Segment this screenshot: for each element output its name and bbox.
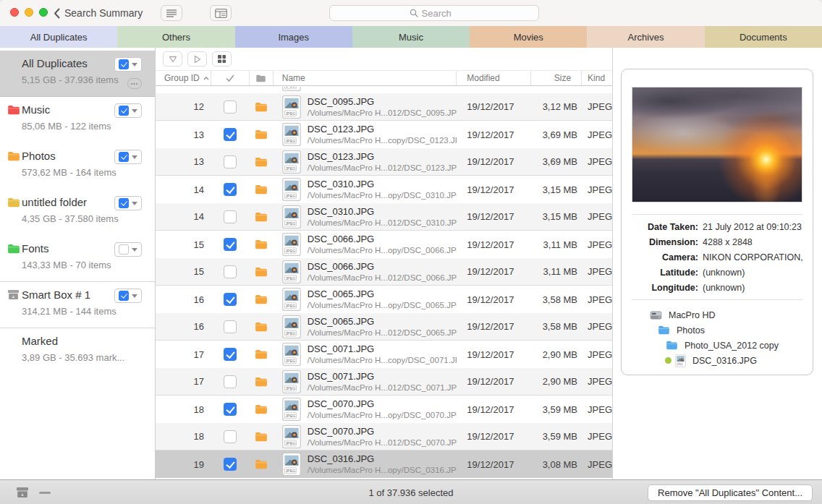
checkbox-unchecked-icon[interactable] [224, 430, 237, 443]
reveal-folder-icon[interactable] [255, 102, 268, 112]
sidebar-checkbox-control[interactable] [114, 57, 142, 72]
tab-others[interactable]: Others [117, 26, 234, 48]
remove-duplicates-button[interactable]: Remove "All Duplicates" Content... [648, 484, 813, 501]
sidebar-checkbox-control[interactable] [114, 289, 142, 303]
sidebar-item-marked[interactable]: Marked3,89 GB - 35.693 mark... [0, 328, 155, 375]
table-row[interactable]: 13JPEGDSC_0123.JPG/Volumes/MacPro H...co… [156, 121, 612, 148]
tree-item-label: MacPro HD [669, 310, 716, 320]
column-header-kind[interactable]: Kind [582, 71, 612, 85]
reveal-folder-icon[interactable] [255, 267, 268, 277]
checkbox-unchecked-icon[interactable] [224, 155, 237, 168]
checkbox-unchecked-icon[interactable] [224, 210, 237, 223]
close-window-button[interactable] [10, 8, 19, 17]
column-header-folder[interactable] [250, 71, 274, 85]
column-header-checkmark[interactable] [211, 71, 250, 85]
checkbox-unchecked-icon[interactable] [224, 320, 237, 333]
checkbox-unchecked-icon[interactable] [119, 244, 129, 255]
sidebar-item-music[interactable]: Music85,06 MB - 122 items [0, 97, 155, 143]
checkbox-checked-icon[interactable] [224, 458, 237, 471]
sidebar-item-fonts[interactable]: Fonts143,33 MB - 70 items [0, 236, 155, 282]
table-row[interactable]: 16JPEGDSC_0065.JPG/Volumes/MacPro H...01… [156, 313, 612, 341]
column-header-size[interactable]: Size [531, 71, 582, 85]
checkbox-checked-icon[interactable] [224, 348, 237, 361]
checkbox-checked-icon[interactable] [119, 59, 129, 69]
search-input[interactable] [422, 8, 459, 19]
more-options-button[interactable] [127, 78, 142, 89]
back-button[interactable]: Search Summary [54, 0, 143, 26]
checkbox-checked-icon[interactable] [224, 183, 237, 196]
table-row[interactable]: 17JPEGDSC_0071.JPG/Volumes/MacPro H...01… [156, 368, 612, 396]
checkbox-checked-icon[interactable] [224, 128, 237, 141]
checkbox-checked-icon[interactable] [119, 152, 129, 162]
tab-images[interactable]: Images [235, 26, 352, 48]
file-path: /Volumes/MacPro H...012/DSC_0070.JPG [308, 437, 457, 448]
preview-pane-button[interactable] [210, 5, 232, 21]
table-row[interactable]: 18JPEGDSC_0070.JPG/Volumes/MacPro H...op… [156, 396, 612, 423]
reveal-folder-icon[interactable] [255, 322, 268, 332]
sidebar-checkbox-control[interactable] [114, 150, 142, 164]
sidebar-checkbox-control[interactable] [114, 242, 142, 257]
table-row[interactable]: 17JPEGDSC_0071.JPG/Volumes/MacPro H...co… [156, 341, 612, 368]
checkbox-checked-icon[interactable] [224, 293, 237, 306]
photo-preview[interactable] [632, 87, 802, 202]
table-row[interactable]: 14JPEGDSC_0310.JPG/Volumes/MacPro H...01… [156, 203, 612, 231]
file-path: /Volumes/MacPro H...opy/DSC_0066.JPG [308, 245, 457, 255]
sidebar-checkbox-control[interactable] [114, 196, 142, 210]
minimize-window-button[interactable] [25, 8, 33, 17]
column-header-modified[interactable]: Modified [457, 71, 531, 85]
grid-view-button[interactable] [212, 51, 232, 67]
collapse-triangle-button[interactable] [163, 51, 182, 67]
tab-music[interactable]: Music [352, 26, 470, 48]
expand-triangle-button[interactable] [187, 51, 207, 67]
reveal-folder-icon[interactable] [255, 377, 268, 387]
reveal-folder-icon[interactable] [255, 129, 268, 140]
table-row[interactable]: 18JPEGDSC_0070.JPG/Volumes/MacPro H...01… [156, 423, 612, 450]
checkbox-checked-icon[interactable] [119, 106, 129, 116]
cell-group-id: 14 [156, 211, 211, 222]
reveal-folder-icon[interactable] [255, 184, 268, 195]
tab-movies[interactable]: Movies [470, 26, 587, 48]
list-view-button[interactable] [161, 5, 182, 21]
checkbox-checked-icon[interactable] [224, 403, 237, 416]
reveal-folder-icon[interactable] [255, 212, 268, 222]
sidebar-item-untitled-folder[interactable]: untitled folder4,35 GB - 37.580 items [0, 189, 155, 236]
table-row[interactable]: 16JPEGDSC_0065.JPG/Volumes/MacPro H...op… [156, 286, 612, 313]
reveal-folder-icon[interactable] [255, 432, 268, 442]
tree-item-photos[interactable]: Photos [622, 323, 808, 338]
checkbox-unchecked-icon[interactable] [224, 101, 237, 114]
tab-documents[interactable]: Documents [705, 26, 822, 48]
zoom-window-button[interactable] [39, 8, 48, 17]
search-field[interactable] [329, 5, 539, 21]
checkbox-checked-icon[interactable] [119, 291, 129, 301]
reveal-folder-icon[interactable] [255, 157, 268, 167]
reveal-folder-icon[interactable] [255, 294, 268, 304]
tree-item-dsc-0316-jpg[interactable]: JPEGDSC_0316.JPG [622, 353, 808, 368]
table-row-partial[interactable]: JPEG/Volumes/MacPro H...opy/DSC_0095.JPG [156, 87, 612, 93]
tree-item-macpro-hd[interactable]: MacPro HD [622, 307, 808, 323]
reveal-folder-icon[interactable] [255, 459, 268, 469]
sidebar-item-all-duplicates[interactable]: All Duplicates5,15 GB - 37.936 items [0, 51, 155, 97]
tab-archives[interactable]: Archives [587, 26, 704, 48]
sidebar-checkbox-control[interactable] [114, 103, 142, 118]
checkbox-unchecked-icon[interactable] [224, 265, 237, 278]
table-row[interactable]: 15JPEGDSC_0066.JPG/Volumes/MacPro H...op… [156, 231, 612, 258]
checkbox-unchecked-icon[interactable] [224, 375, 237, 388]
table-row[interactable]: 13JPEGDSC_0123.JPG/Volumes/MacPro H...01… [156, 148, 612, 176]
reveal-folder-icon[interactable] [255, 239, 268, 249]
sidebar-item-detail: 143,33 MB - 70 items [22, 260, 155, 270]
sidebar-item-photos[interactable]: Photos573,62 MB - 164 items [0, 143, 155, 189]
tree-item-photo-usa-2012-copy[interactable]: Photo_USA_2012 copy [622, 338, 808, 353]
table-row[interactable]: 15JPEGDSC_0066.JPG/Volumes/MacPro H...01… [156, 258, 612, 286]
sidebar-item-smart-box-1[interactable]: Smart Box # 1314,21 MB - 144 items [0, 282, 155, 328]
table-row[interactable]: 19JPEGDSC_0316.JPG/Volumes/MacPro H...op… [156, 450, 612, 478]
checkbox-checked-icon[interactable] [224, 238, 237, 251]
column-header-group-id[interactable]: Group ID [156, 71, 211, 85]
column-header-name[interactable]: Name [274, 71, 457, 85]
table-row[interactable]: 12JPEGDSC_0095.JPG/Volumes/MacPro H...01… [156, 93, 612, 121]
checkbox-checked-icon[interactable] [119, 198, 129, 208]
table-row[interactable]: 14JPEGDSC_0310.JPG/Volumes/MacPro H...op… [156, 176, 612, 203]
jpeg-file-icon: JPEG [282, 150, 301, 174]
tab-all-duplicates[interactable]: All Duplicates [0, 26, 117, 48]
reveal-folder-icon[interactable] [255, 349, 268, 359]
reveal-folder-icon[interactable] [255, 404, 268, 414]
